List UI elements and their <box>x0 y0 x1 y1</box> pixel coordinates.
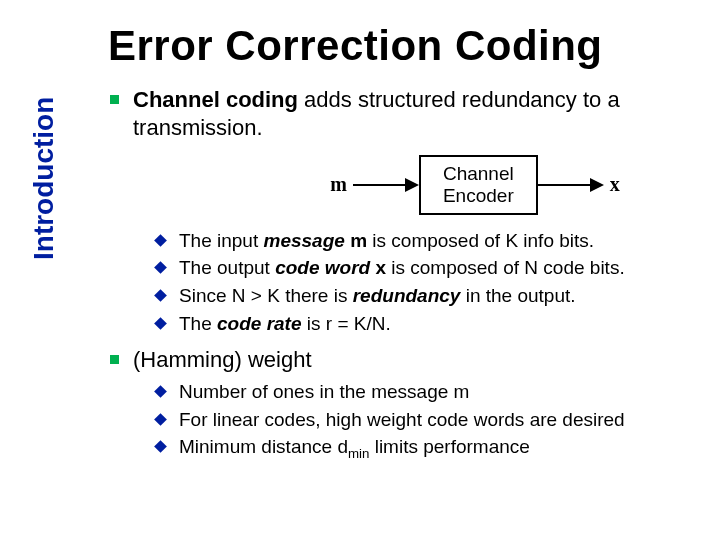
encoder-line2: Encoder <box>443 185 514 207</box>
sublist-hamming: Number of ones in the message m For line… <box>150 380 690 462</box>
t: Minimum distance d <box>179 436 348 457</box>
slide-content: Channel coding adds structured redundanc… <box>0 86 720 462</box>
var-x: x <box>375 257 386 278</box>
sub-min: min <box>348 446 369 461</box>
t: is composed of K info bits. <box>367 230 594 251</box>
diamond-bullet-icon <box>154 234 167 247</box>
t: in the output. <box>460 285 575 306</box>
arrow-line-icon <box>353 184 405 186</box>
t: The <box>179 313 217 334</box>
sub-bullet: Since N > K there is redundancy in the o… <box>150 284 690 309</box>
diamond-bullet-icon <box>154 440 167 453</box>
sub-bullet: The input message m is composed of K inf… <box>150 229 690 254</box>
arrow-out <box>538 178 604 192</box>
slide: Introduction Error Correction Coding Cha… <box>0 0 720 540</box>
sublist-encoder: The input message m is composed of K inf… <box>150 229 690 337</box>
bullet-text: (Hamming) weight <box>133 346 312 374</box>
term-code-rate: code rate <box>217 313 301 334</box>
encoder-line1: Channel <box>443 163 514 185</box>
diamond-bullet-icon <box>154 262 167 275</box>
t: Since N > K there is <box>179 285 353 306</box>
diamond-bullet-icon <box>154 413 167 426</box>
sub-text: The input message m is composed of K inf… <box>179 229 594 254</box>
bullet-text: Channel coding adds structured redundanc… <box>133 86 690 141</box>
sub-text: Number of ones in the message m <box>179 380 469 405</box>
sub-text: The output code word x is composed of N … <box>179 256 625 281</box>
bullet-channel-coding: Channel coding adds structured redundanc… <box>110 86 690 141</box>
t: is r = K/N. <box>302 313 391 334</box>
var-m: m <box>350 230 367 251</box>
t: The output <box>179 257 275 278</box>
square-bullet-icon <box>110 355 119 364</box>
output-label-x: x <box>604 173 620 196</box>
arrow-head-icon <box>405 178 419 192</box>
encoder-box: Channel Encoder <box>419 155 538 215</box>
input-label-m: m <box>330 173 353 196</box>
sub-text: For linear codes, high weight code words… <box>179 408 625 433</box>
term-codeword: code word <box>275 257 370 278</box>
arrow-line-icon <box>538 184 590 186</box>
diamond-bullet-icon <box>154 289 167 302</box>
sub-bullet: Number of ones in the message m <box>150 380 690 405</box>
arrow-head-icon <box>590 178 604 192</box>
arrow-in <box>353 178 419 192</box>
sub-text: The code rate is r = K/N. <box>179 312 391 337</box>
term-channel-coding: Channel coding <box>133 87 298 112</box>
t: limits performance <box>369 436 530 457</box>
sub-bullet: Minimum distance dmin limits performance <box>150 435 690 462</box>
diamond-bullet-icon <box>154 385 167 398</box>
encoder-diagram: m Channel Encoder x <box>260 155 690 215</box>
slide-title: Error Correction Coding <box>0 0 720 76</box>
sub-bullet: The output code word x is composed of N … <box>150 256 690 281</box>
term-redundancy: redundancy <box>353 285 461 306</box>
sub-text: Since N > K there is redundancy in the o… <box>179 284 576 309</box>
t: is composed of N code bits. <box>386 257 625 278</box>
square-bullet-icon <box>110 95 119 104</box>
sub-bullet: For linear codes, high weight code words… <box>150 408 690 433</box>
t: The input <box>179 230 264 251</box>
diamond-bullet-icon <box>154 317 167 330</box>
term-message: message <box>264 230 345 251</box>
bullet-hamming-weight: (Hamming) weight <box>110 346 690 374</box>
sub-bullet: The code rate is r = K/N. <box>150 312 690 337</box>
sub-text: Minimum distance dmin limits performance <box>179 435 530 462</box>
